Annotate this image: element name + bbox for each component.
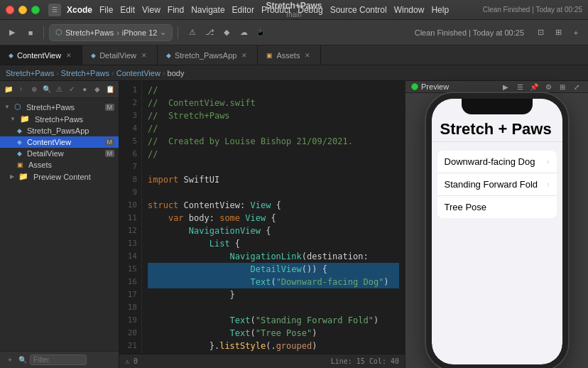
tree-content-view[interactable]: ◆ ContentView M	[0, 136, 119, 148]
code-line: Text("Tree Pose")	[148, 327, 399, 340]
tab-close-button[interactable]: ✕	[65, 51, 73, 60]
menu-help[interactable]: Help	[431, 5, 449, 15]
inspector-icon[interactable]: ⊞	[550, 25, 566, 40]
project-name: Stretch+Paws	[266, 1, 322, 11]
window-title: Stretch+Paws main	[266, 1, 322, 18]
code-line: }.listStyle(.grouped)	[148, 340, 399, 352]
close-button[interactable]	[6, 6, 14, 14]
preview-pin-icon[interactable]: 📌	[528, 81, 540, 92]
code-line: struct ContentView: View {	[148, 199, 399, 212]
phone-list: Downward-facing Dog › Standing Forward F…	[437, 151, 557, 218]
sidebar-toggle[interactable]: ☰	[48, 4, 61, 16]
line-numbers: 1234567891011121314151617181920212223242…	[119, 81, 142, 354]
line-number: 13	[119, 237, 137, 250]
tab-close-button-3[interactable]: ✕	[240, 51, 249, 60]
menu-view[interactable]: View	[142, 5, 160, 15]
menu-xcode[interactable]: Xcode	[67, 5, 92, 15]
source-control-icon[interactable]: ⎇	[202, 25, 217, 40]
fullscreen-button[interactable]	[31, 6, 40, 14]
menu-navigate[interactable]: Navigate	[191, 5, 224, 15]
build-status: Clean Finished | Today at 00:25	[415, 28, 524, 37]
tab-paws-app[interactable]: ◆ Stretch_PawsApp ✕	[158, 45, 258, 65]
menu-source-control[interactable]: Source Control	[330, 5, 387, 15]
debug-nav[interactable]: ●	[79, 83, 90, 96]
code-line: // Created by Louise Bishop 21/09/2021.	[148, 135, 399, 148]
line-number: 20	[119, 327, 137, 340]
bc-symbol[interactable]: body	[168, 69, 185, 77]
tree-paws-app[interactable]: ◆ Stretch_PawsApp	[0, 125, 119, 136]
filter-input[interactable]	[30, 355, 87, 365]
stop-button[interactable]: ■	[23, 25, 38, 40]
code-content[interactable]: //// ContentView.swift// Stretch+Paws///…	[142, 81, 405, 354]
menu-window[interactable]: Window	[394, 5, 425, 15]
minimize-button[interactable]	[18, 6, 27, 14]
code-editor[interactable]: 1234567891011121314151617181920212223242…	[119, 81, 405, 368]
tab-close-button-4[interactable]: ✕	[303, 51, 312, 60]
tab-content-view[interactable]: ◆ ContentView ✕	[0, 45, 82, 65]
list-item-1[interactable]: Standing Forward Fold ›	[437, 173, 557, 196]
library-icon[interactable]: +	[568, 25, 584, 40]
filter-icon: 🔍	[18, 356, 27, 364]
add-file-button[interactable]: +	[4, 355, 16, 366]
tab-detail-view[interactable]: ◆ DetailView ✕	[82, 45, 158, 65]
preview-resume-icon[interactable]: ▶	[500, 81, 511, 92]
scheme-icon: ⬡	[55, 28, 62, 37]
split-editor-icon[interactable]: ⊡	[533, 25, 548, 40]
menu-edit[interactable]: Edit	[120, 5, 135, 15]
list-item-0[interactable]: Downward-facing Dog ›	[437, 151, 557, 173]
swift-icon-2: ◆	[17, 139, 22, 146]
breakpoint-nav[interactable]: ◆	[92, 83, 103, 96]
tab-label: DetailView	[99, 51, 136, 60]
preview-content: Stretch + Paws Downward-facing Dog › Sta…	[405, 93, 588, 368]
menu-editor[interactable]: Editor	[232, 5, 254, 15]
tree-item-label-6: Assets	[28, 161, 52, 169]
menu-file[interactable]: File	[99, 5, 113, 15]
bc-folder[interactable]: Stretch+Paws	[61, 69, 109, 77]
tree-preview-content[interactable]: ▶ 📁 Preview Content	[0, 171, 119, 183]
titlebar: ☰ Xcode File Edit View Find Navigate Edi…	[0, 0, 588, 20]
line-number: 18	[119, 301, 137, 314]
run-button[interactable]: ▶	[4, 25, 20, 40]
chevron-icon: ›	[116, 28, 119, 37]
code-line: Text("Downward-facing Dog")	[148, 276, 399, 288]
folder-icon-nav[interactable]: 📁	[3, 83, 14, 96]
scheme-selector[interactable]: ⬡ Stretch+Paws › iPhone 12 ⌄	[49, 24, 173, 41]
tree-folder[interactable]: ▼ 📁 Stretch+Paws	[0, 113, 119, 125]
tree-assets[interactable]: ▣ Assets	[0, 159, 119, 171]
environment-icon[interactable]: ☁	[236, 25, 251, 40]
warning-icon[interactable]: ⚠	[185, 25, 200, 40]
code-line	[148, 186, 399, 199]
preview-inspect-icon[interactable]: ☰	[514, 81, 526, 92]
devices-icon[interactable]: 📱	[253, 25, 268, 40]
phone-mockup: Stretch + Paws Downward-facing Dog › Sta…	[426, 93, 568, 368]
tree-detail-view[interactable]: ◆ DetailView M	[0, 148, 119, 159]
assets-file-icon: ▣	[266, 52, 273, 59]
preview-environment-icon[interactable]: ⚙	[543, 81, 554, 92]
code-line: DetailView()) {	[148, 263, 399, 276]
cursor-position: Line: 15 Col: 40	[331, 357, 399, 365]
issue-nav[interactable]: ⚠	[54, 83, 65, 96]
report-nav[interactable]: 📋	[104, 83, 116, 96]
find-nav[interactable]: 🔍	[41, 83, 53, 96]
phone-nav-title: Stretch + Paws	[440, 120, 554, 139]
line-number: 15	[119, 263, 137, 276]
symbol-nav[interactable]: ⊕	[28, 83, 40, 96]
breakpoint-icon[interactable]: ◆	[219, 25, 234, 40]
preview-duplicate-icon[interactable]: ⊞	[557, 81, 568, 92]
line-number: 4	[119, 122, 137, 135]
tab-close-button-2[interactable]: ✕	[140, 51, 148, 60]
preview-expand-icon[interactable]: ⤢	[571, 81, 582, 92]
menu-find[interactable]: Find	[168, 5, 184, 15]
assets-icon: ▣	[17, 161, 23, 168]
bc-file[interactable]: ContentView	[116, 69, 160, 77]
tree-badge-m: M	[105, 139, 115, 146]
bc-project[interactable]: Stretch+Paws	[6, 69, 54, 77]
list-item-2[interactable]: Tree Pose	[437, 196, 557, 218]
sidebar-icon[interactable]: ☰	[48, 4, 61, 16]
line-number: 2	[119, 97, 137, 109]
tab-assets[interactable]: ▣ Assets ✕	[258, 45, 321, 65]
source-control-nav[interactable]: ↑	[16, 83, 27, 96]
tree-root[interactable]: ▼ ⬡ Stretch+Paws M	[0, 101, 119, 113]
tree-item-label-7: Preview Content	[33, 173, 91, 181]
test-nav[interactable]: ✓	[66, 83, 77, 96]
